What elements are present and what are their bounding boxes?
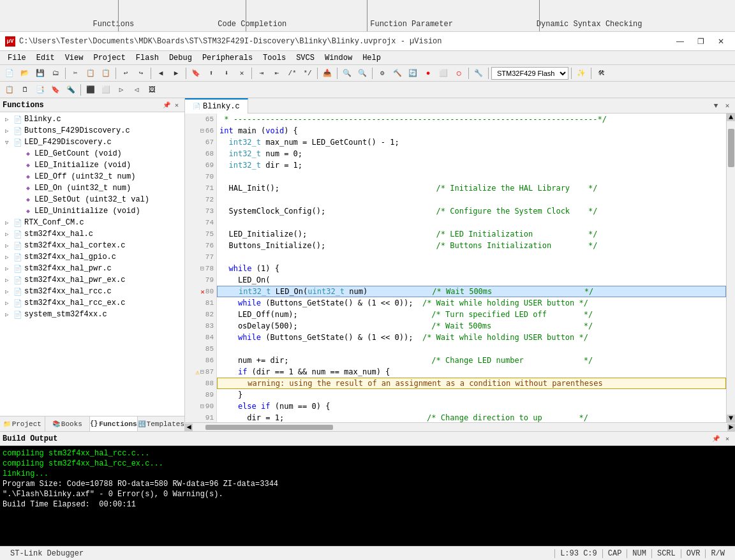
tb2-btn8[interactable]: ▷ <box>114 83 128 97</box>
tab-functions[interactable]: {}Functions <box>90 416 137 431</box>
tree-item-led-off[interactable]: ◆ LED_Off (uint32_t num) <box>0 171 184 182</box>
tb2-btn6[interactable]: ⬛ <box>84 83 98 97</box>
tree-item-led-uninit[interactable]: ◆ LED_Uninitialize (void) <box>0 205 184 217</box>
tree-item-hal-rcc[interactable]: ▷ 📄 stm32f4xx_hal_rcc.c <box>0 286 184 297</box>
code-content[interactable]: * --------------------------------------… <box>217 114 726 422</box>
outdent-btn[interactable]: ⇤ <box>270 66 284 80</box>
status-position: L:93 C:9 <box>555 549 603 558</box>
scroll-right-btn[interactable]: ▶ <box>727 424 735 431</box>
close-button[interactable]: ✕ <box>712 35 730 48</box>
tree-item-blinky[interactable]: ▷ 📄 Blinky.c <box>0 114 184 125</box>
menu-edit[interactable]: Edit <box>31 52 60 64</box>
uncomment-btn[interactable]: */ <box>301 66 315 80</box>
scroll-left-btn[interactable]: ◀ <box>185 424 193 431</box>
tree-arrow-hal-pwr: ▷ <box>5 265 13 272</box>
tree-item-led[interactable]: ▽ 📄 LED_F429Discovery.c <box>0 136 184 148</box>
tree-item-led-on[interactable]: ◆ LED_On (uint32_t num) <box>0 182 184 194</box>
code-editor[interactable]: 65 ⊟66 67 68 69 70 71 72 73 74 75 76 77 … <box>185 114 726 422</box>
tb2-btn3[interactable]: 📑 <box>33 83 47 97</box>
menu-project[interactable]: Project <box>88 52 130 64</box>
code-line-85 <box>217 343 726 355</box>
debug-btn[interactable]: ● <box>421 66 435 80</box>
menu-peripherals[interactable]: Peripherals <box>197 52 258 64</box>
editor-dropdown-btn[interactable]: ▼ <box>711 101 721 111</box>
tb2-btn4[interactable]: 🔖 <box>48 83 63 97</box>
nav-back-btn[interactable]: ◀ <box>154 66 168 80</box>
menu-svcs[interactable]: SVCS <box>291 52 320 64</box>
tree-item-buttons[interactable]: ▷ 📄 Buttons_F429Discovery.c <box>0 125 184 136</box>
tb2-btn9[interactable]: ◁ <box>130 83 144 97</box>
compile-btn[interactable]: ⚙ <box>375 66 389 80</box>
tree-item-led-init[interactable]: ◆ LED_Initialize (void) <box>0 159 184 171</box>
tree-item-hal[interactable]: ▷ 📄 stm32f4xx_hal.c <box>0 228 184 240</box>
bookmark-btn[interactable]: 🔖 <box>189 66 203 80</box>
prev-bookmark-btn[interactable]: ⬆ <box>204 66 218 80</box>
menu-file[interactable]: File <box>3 52 31 64</box>
editor-close-btn[interactable]: ✕ <box>722 101 732 111</box>
new-file-btn[interactable]: 📄 <box>3 66 17 80</box>
tree-item-hal-rcc-ex[interactable]: ▷ 📄 stm32f4xx_hal_rcc_ex.c <box>0 297 184 309</box>
tree-label-system: system_stm32f4xx.c <box>24 310 107 319</box>
save-all-btn[interactable]: 🗂 <box>48 66 63 80</box>
tree-item-hal-gpio[interactable]: ▷ 📄 stm32f4xx_hal_gpio.c <box>0 251 184 263</box>
tree-item-led-getcount[interactable]: ◆ LED_GetCount (void) <box>0 148 184 159</box>
rebuild-btn[interactable]: 🔄 <box>406 66 420 80</box>
close-panel-icon[interactable]: ✕ <box>172 100 182 110</box>
menu-flash[interactable]: Flash <box>131 52 164 64</box>
tree-item-led-setout[interactable]: ◆ LED_SetOut (uint32_t val) <box>0 194 184 205</box>
clear-bookmarks-btn[interactable]: ✕ <box>235 66 249 80</box>
insert-btn[interactable]: 📥 <box>320 66 334 80</box>
tb2-btn2[interactable]: 🗒 <box>18 83 32 97</box>
line-num-69: 69 <box>185 159 216 171</box>
scroll-down-btn[interactable]: ▼ <box>727 415 735 422</box>
build-btn[interactable]: 🔨 <box>390 66 405 80</box>
run-btn[interactable]: ◯ <box>452 66 466 80</box>
tree-item-hal-cortex[interactable]: ▷ 📄 stm32f4xx_hal_cortex.c <box>0 240 184 251</box>
tab-templates[interactable]: 🔣Templates <box>138 416 184 431</box>
stop-btn[interactable]: ⬜ <box>436 66 450 80</box>
editor-tab-blinky[interactable]: 📄 Blinky.c <box>185 98 248 114</box>
copy-btn[interactable]: 📋 <box>84 66 98 80</box>
tb2-btn1[interactable]: 📋 <box>3 83 17 97</box>
magic-wand-btn[interactable]: ✨ <box>574 66 588 80</box>
tree-item-system[interactable]: ▷ 📄 system_stm32f4xx.c <box>0 309 184 320</box>
tree-item-rtx[interactable]: ▷ 📄 RTX_Conf_CM.c <box>0 217 184 228</box>
menu-tools[interactable]: Tools <box>258 52 291 64</box>
nav-forward-btn[interactable]: ▶ <box>169 66 183 80</box>
maximize-button[interactable]: ❐ <box>692 35 709 48</box>
build-close-icon[interactable]: ✕ <box>722 434 732 444</box>
tree-item-hal-pwr[interactable]: ▷ 📄 stm32f4xx_hal_pwr.c <box>0 263 184 274</box>
find-in-files-btn[interactable]: 🔍 <box>355 66 369 80</box>
tb2-btn5[interactable]: 🔦 <box>64 83 78 97</box>
build-pin-icon[interactable]: 📌 <box>711 434 721 444</box>
tb2-btn10[interactable]: 🖼 <box>145 83 159 97</box>
indent-btn[interactable]: ⇥ <box>255 66 269 80</box>
scroll-up-btn[interactable]: ▲ <box>727 114 735 121</box>
save-btn[interactable]: 💾 <box>33 66 47 80</box>
paste-btn[interactable]: 📋 <box>99 66 113 80</box>
options-btn[interactable]: 🛠 <box>594 66 608 80</box>
menu-view[interactable]: View <box>60 52 89 64</box>
menu-window[interactable]: Window <box>320 52 357 64</box>
minimize-button[interactable]: — <box>671 35 689 48</box>
next-bookmark-btn[interactable]: ⬇ <box>219 66 234 80</box>
target-dropdown[interactable]: STM32F429 Flash <box>491 67 568 80</box>
comment-btn[interactable]: /* <box>285 66 299 80</box>
cut-btn[interactable]: ✂ <box>68 66 82 80</box>
target-options-btn[interactable]: 🔧 <box>471 66 486 80</box>
editor-scrollbar-v[interactable]: ▲ ▼ <box>726 114 735 422</box>
menu-help[interactable]: Help <box>357 52 386 64</box>
tb2-btn7[interactable]: ⬜ <box>99 83 113 97</box>
undo-btn[interactable]: ↩ <box>119 66 133 80</box>
redo-btn[interactable]: ↪ <box>134 66 148 80</box>
find-btn[interactable]: 🔍 <box>340 66 354 80</box>
tree-label-led-off: LED_Off (uint32_t num) <box>34 172 135 181</box>
tree-label-hal-pwr: stm32f4xx_hal_pwr.c <box>24 264 112 273</box>
tab-project[interactable]: 📁Project <box>0 416 45 431</box>
open-btn[interactable]: 📂 <box>18 66 32 80</box>
tab-books[interactable]: 📚Books <box>45 416 91 431</box>
editor-scrollbar-h[interactable]: ◀ ▶ <box>185 422 735 431</box>
pin-icon[interactable]: 📌 <box>161 100 172 110</box>
menu-debug[interactable]: Debug <box>164 52 197 64</box>
tree-item-hal-pwr-ex[interactable]: ▷ 📄 stm32f4xx_hal_pwr_ex.c <box>0 274 184 286</box>
